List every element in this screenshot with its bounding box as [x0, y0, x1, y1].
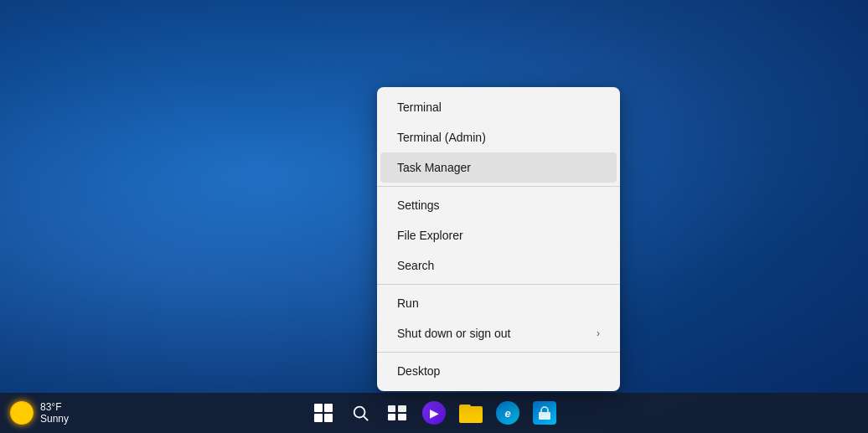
menu-item-label-task-manager: Task Manager: [397, 161, 471, 174]
weather-temperature: 83°F: [40, 401, 69, 413]
svg-rect-5: [398, 414, 406, 420]
weather-sun-icon: [10, 401, 34, 425]
context-menu: TerminalTerminal (Admin)Task ManagerSett…: [377, 87, 620, 391]
desktop: TerminalTerminal (Admin)Task ManagerSett…: [0, 0, 868, 433]
taskview-icon: [388, 405, 406, 420]
taskbar-search-icon: [351, 404, 369, 422]
store-icon: [533, 401, 556, 425]
weather-widget[interactable]: 83°F Sunny: [10, 401, 69, 425]
menu-item-label-desktop: Desktop: [397, 364, 440, 378]
folder-icon: [459, 403, 483, 423]
viber-button[interactable]: ▶: [417, 396, 451, 430]
menu-item-file-explorer[interactable]: File Explorer: [380, 220, 617, 250]
svg-rect-6: [539, 412, 550, 420]
menu-item-label-terminal-admin: Terminal (Admin): [397, 131, 486, 144]
microsoft-store-button[interactable]: [528, 396, 561, 430]
menu-item-label-run: Run: [397, 296, 419, 310]
svg-rect-3: [398, 405, 406, 412]
menu-item-shut-down[interactable]: Shut down or sign out›: [380, 318, 617, 348]
menu-item-task-manager[interactable]: Task Manager: [380, 152, 617, 183]
file-explorer-button[interactable]: [454, 396, 488, 430]
menu-item-arrow-shut-down: ›: [597, 327, 600, 339]
svg-point-0: [354, 407, 365, 418]
viber-icon: ▶: [422, 401, 446, 425]
taskbar-center: ▶ e: [307, 396, 561, 430]
taskbar-search-button[interactable]: [344, 396, 377, 430]
menu-item-label-settings: Settings: [397, 198, 440, 212]
menu-item-label-search: Search: [397, 259, 434, 272]
edge-icon: e: [496, 401, 519, 425]
menu-item-label-file-explorer: File Explorer: [397, 229, 463, 242]
taskbar-left: 83°F Sunny: [10, 401, 69, 425]
menu-item-label-shut-down: Shut down or sign out: [397, 327, 510, 340]
menu-item-label-terminal: Terminal: [397, 101, 442, 114]
menu-item-terminal-admin[interactable]: Terminal (Admin): [380, 122, 617, 152]
weather-condition: Sunny: [40, 413, 69, 425]
windows-start-button[interactable]: [307, 396, 340, 430]
menu-item-terminal[interactable]: Terminal: [380, 92, 617, 122]
menu-separator-1: [377, 186, 620, 187]
menu-item-settings[interactable]: Settings: [380, 190, 617, 220]
menu-separator-2: [377, 284, 620, 285]
weather-text: 83°F Sunny: [40, 401, 69, 425]
taskview-button[interactable]: [380, 396, 414, 430]
edge-browser-button[interactable]: e: [491, 396, 524, 430]
menu-separator-3: [377, 352, 620, 353]
svg-rect-4: [388, 414, 395, 420]
windows-logo-icon: [314, 404, 333, 422]
menu-item-desktop[interactable]: Desktop: [380, 356, 617, 386]
menu-item-search[interactable]: Search: [380, 250, 617, 281]
svg-rect-2: [388, 405, 395, 412]
menu-item-run[interactable]: Run: [380, 288, 617, 318]
svg-line-1: [364, 416, 368, 420]
taskbar: 83°F Sunny: [0, 393, 868, 433]
